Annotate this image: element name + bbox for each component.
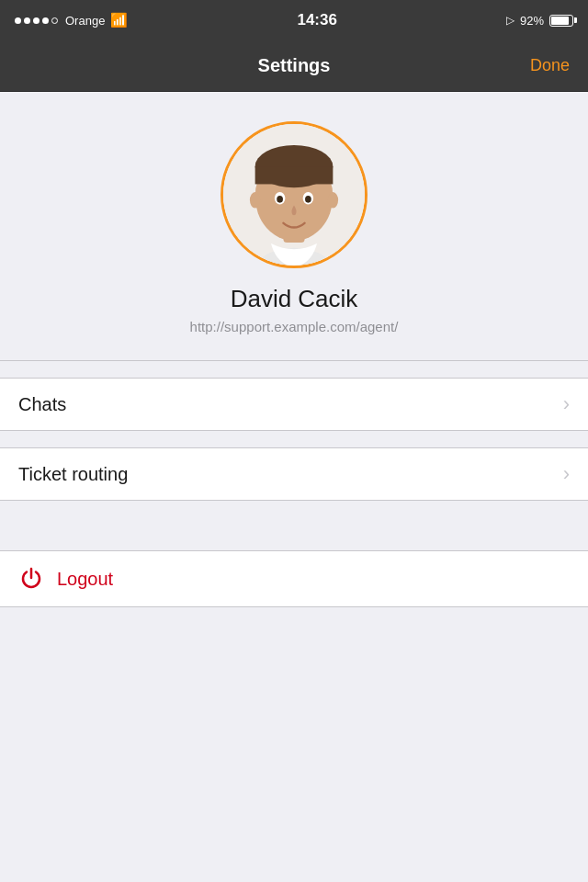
section-gap-4 [0,517,588,534]
svg-rect-5 [255,166,334,184]
wifi-icon: 📶 [110,12,128,28]
logout-label: Logout [57,569,113,590]
power-svg [19,567,43,591]
svg-point-11 [328,192,339,208]
ticket-routing-menu-item[interactable]: Ticket routing › [0,448,588,500]
profile-section: David Cacik http://support.example.com/a… [0,92,588,361]
carrier-wifi: Orange 📶 [65,12,128,28]
carrier-label: Orange [65,14,105,28]
chats-menu-item[interactable]: Chats › [0,379,588,430]
signal-dot-5 [51,17,58,24]
battery-icon [549,15,573,27]
svg-point-10 [250,192,261,208]
section-gap-3 [0,501,588,517]
ticket-routing-section: Ticket routing › [0,447,588,501]
signal-dot-2 [24,17,30,24]
signal-dot-4 [42,17,49,24]
location-icon: ▷ [506,14,514,27]
section-gap-1 [0,361,588,378]
battery-fill [551,17,569,25]
status-bar: Orange 📶 14:36 ▷ 92% [0,0,588,40]
signal-dots [15,17,58,24]
status-bar-left: Orange 📶 [15,12,128,28]
logout-section: Logout [0,550,588,607]
power-icon [18,566,44,592]
logout-button[interactable]: Logout [0,551,588,606]
svg-point-9 [305,196,311,203]
ticket-routing-chevron: › [563,462,570,486]
section-gap-2 [0,431,588,447]
status-bar-right: ▷ 92% [506,14,573,28]
nav-title: Settings [258,55,331,76]
chats-chevron: › [563,392,570,416]
done-button[interactable]: Done [530,56,570,75]
signal-dot-1 [15,17,21,24]
nav-bar: Settings Done [0,40,588,92]
signal-dot-3 [33,17,40,24]
chats-label: Chats [18,394,66,415]
svg-point-8 [277,196,283,203]
profile-url: http://support.example.com/agent/ [190,319,399,334]
ticket-routing-label: Ticket routing [18,464,128,485]
chats-section: Chats › [0,378,588,431]
status-bar-time: 14:36 [297,11,336,29]
avatar-container [220,121,368,268]
avatar [223,124,365,266]
battery-percent: 92% [520,14,544,28]
profile-name: David Cacik [231,285,358,313]
avatar-svg [223,124,365,266]
